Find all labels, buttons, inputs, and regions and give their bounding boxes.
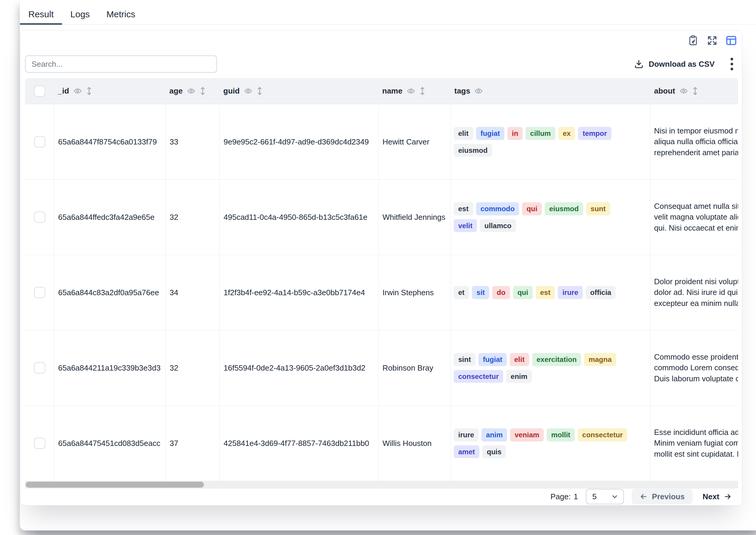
cell-age: 33 (166, 104, 220, 179)
tag-line: velitullamco (454, 219, 516, 232)
table-row: 65a6a84475451cd083d5eacc37425841e4-3d69-… (25, 406, 738, 481)
tab-logs[interactable]: Logs (62, 0, 98, 25)
more-options-kebab-icon[interactable] (726, 58, 737, 70)
about-text-line: mollit est sint cupidatat. De (654, 449, 738, 459)
cell-tags: irureanimveniammollitconsecteturametquis (451, 406, 650, 481)
table-row: 65a6a844c83a2df0a95a76ee341f2f3b4f-ee92-… (25, 255, 738, 330)
tag-pill: mollit (547, 428, 575, 441)
cell-tags: elitfugiatincillumextemporeiusmod (451, 104, 650, 179)
header-cell-about: about (650, 78, 738, 104)
sort-icon[interactable] (419, 86, 425, 96)
header-cell-guid: guid (220, 78, 378, 104)
tag-pill: sit (472, 286, 489, 299)
cell-_id: 65a6a8447f8754c6a0133f79 (54, 104, 166, 179)
visibility-eye-icon[interactable] (187, 87, 195, 95)
table-row: 65a6a844211a19c339b3e3d33216f5594f-0de2-… (25, 330, 738, 406)
sort-icon[interactable] (200, 86, 206, 96)
chevron-down-icon (611, 493, 619, 500)
about-text-line: commodo Lorem consequa (654, 363, 738, 372)
panel-icon-toolbar (25, 35, 737, 46)
cell-tags: estcommodoquieiusmodsuntvelitullamco (451, 180, 650, 255)
tag-line: eiusmod (454, 144, 492, 157)
visibility-eye-icon[interactable] (680, 87, 688, 95)
tag-pill: ex (559, 127, 575, 140)
row-checkbox[interactable] (34, 211, 45, 223)
visibility-eye-icon[interactable] (474, 87, 483, 95)
cell-_id: 65a6a844ffedc3fa42a9e65e (54, 180, 166, 255)
next-page-button[interactable]: Next (700, 492, 734, 501)
page-label: Page: (550, 492, 571, 501)
cell-select (25, 104, 54, 179)
tag-pill: sint (454, 353, 475, 366)
cell-about: Dolor proident nisi voluptatdolor ad. Ni… (650, 255, 738, 330)
visibility-eye-icon[interactable] (407, 87, 415, 95)
cell-value-name: Hewitt Carver (382, 137, 429, 147)
about-text-line: Duis laborum voluptate cor (654, 374, 738, 383)
search-input[interactable] (25, 55, 217, 73)
cell-name: Willis Houston (378, 406, 451, 481)
tag-pill: anim (481, 428, 507, 441)
horizontal-scrollbar[interactable] (25, 481, 738, 488)
cell-about: Commodo esse proident excommodo Lorem co… (650, 330, 738, 406)
cell-value-name: Whitfield Jennings (382, 213, 445, 222)
previous-page-button[interactable]: Previous (632, 489, 692, 504)
tag-pill: velit (454, 219, 477, 232)
tag-line: sintfugiatelitexercitationmagna (454, 353, 616, 366)
header-cell-name: name (378, 78, 451, 104)
tab-metrics[interactable]: Metrics (98, 0, 144, 25)
cell-value-name: Willis Houston (382, 439, 432, 448)
result-table: _idageguidnametagsabout 65a6a8447f8754c6… (25, 78, 738, 481)
cell-select (25, 330, 54, 406)
tag-pill: irure (454, 428, 478, 441)
download-csv-button[interactable]: Download as CSV (634, 59, 714, 69)
sort-icon[interactable] (86, 86, 92, 96)
cell-value-guid: 425841e4-3d69-4f77-8857-7463db211bb0 (224, 439, 369, 448)
cell-age: 34 (166, 255, 220, 330)
cell-value-age: 34 (169, 288, 178, 297)
tab-result[interactable]: Result (20, 0, 62, 25)
tag-pill: est (536, 286, 555, 299)
row-checkbox[interactable] (34, 362, 45, 374)
cell-about: Esse incididunt officia adipMinim veniam… (650, 406, 738, 481)
cell-value-guid: 495cad11-0c4a-4950-865d-b13c5c3fa61e (224, 213, 367, 222)
cell-name: Irwin Stephens (378, 255, 451, 330)
pagination-bar: Page: 1 5 Previous Next (25, 488, 737, 505)
tag-pill: elit (454, 127, 473, 140)
table-row: 65a6a844ffedc3fa42a9e65e32495cad11-0c4a-… (25, 180, 738, 255)
visibility-eye-icon[interactable] (74, 87, 82, 95)
cell-value-guid: 16f5594f-0de2-4a13-9605-2a0ef3d1b3d2 (224, 363, 366, 373)
select-all-checkbox[interactable] (34, 86, 45, 97)
visibility-eye-icon[interactable] (244, 87, 252, 95)
cell-age: 37 (166, 406, 220, 481)
page-indicator: Page: 1 (550, 492, 578, 501)
tag-pill: in (507, 127, 523, 140)
row-checkbox[interactable] (34, 437, 45, 449)
cell-select (25, 406, 54, 481)
tag-pill: qui (513, 286, 533, 299)
cell-about: Nisi in tempor eiusmod nullaliqua nulla … (650, 104, 738, 179)
tag-pill: enim (506, 370, 532, 383)
tag-pill: quis (482, 445, 506, 459)
cell-tags: etsitdoquiestirureofficia (451, 255, 650, 330)
download-csv-label: Download as CSV (649, 60, 714, 69)
page-size-select[interactable]: 5 (586, 489, 624, 504)
copy-response-icon[interactable] (687, 35, 699, 46)
previous-label: Previous (652, 492, 685, 501)
tag-pill: officia (586, 286, 616, 299)
sort-icon[interactable] (257, 86, 263, 96)
table-header-row: _idageguidnametagsabout (25, 78, 738, 104)
cell-value-guid: 9e9e95c2-661f-4d97-ad9e-d369dc4d2349 (224, 137, 369, 147)
horizontal-scrollbar-thumb[interactable] (26, 482, 204, 488)
result-panel: Download as CSV _idageguidnametagsabout … (20, 30, 742, 505)
sort-icon[interactable] (692, 86, 698, 96)
about-text-line: velit magna voluptate aliqu (654, 212, 738, 222)
table-view-icon[interactable] (725, 35, 737, 46)
about-text-line: qui. Nisi occaecat et enim a (654, 223, 738, 233)
cell-name: Whitfield Jennings (378, 180, 451, 255)
row-checkbox[interactable] (34, 287, 45, 298)
tag-pill: fugiat (478, 353, 507, 366)
row-checkbox[interactable] (34, 136, 45, 148)
fullscreen-icon[interactable] (706, 35, 718, 46)
tag-pill: sunt (586, 202, 610, 215)
cell-value-name: Irwin Stephens (382, 288, 434, 297)
